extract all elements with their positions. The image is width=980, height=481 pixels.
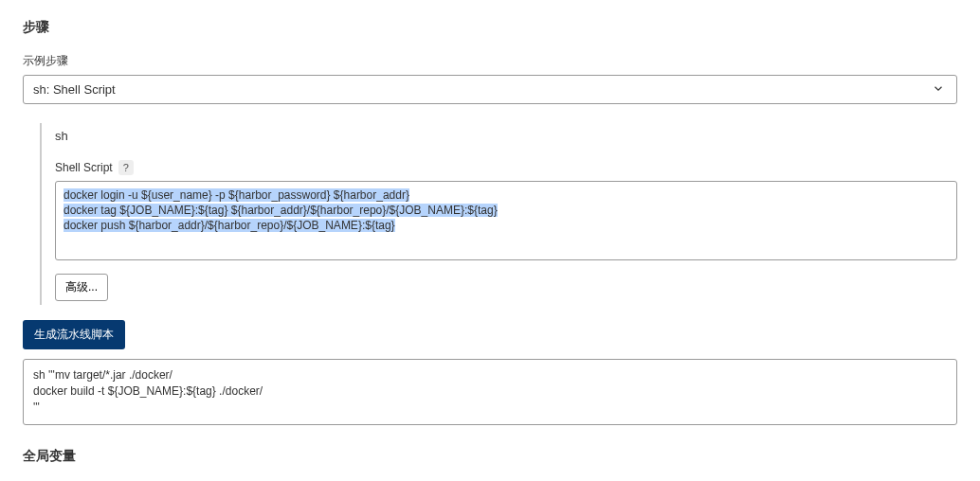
step-type-select[interactable]: sh: Shell Script [23,75,957,104]
step-type-selected: sh: Shell Script [33,82,116,97]
script-line-2: docker tag ${JOB_NAME}:${tag} ${harbor_a… [64,204,498,217]
shell-script-label: Shell Script [55,161,113,174]
script-line-1: docker login -u ${user_name} -p ${harbor… [64,188,409,202]
script-line-3: docker push ${harbor_addr}/${harbor_repo… [64,219,395,232]
advanced-button[interactable]: 高级... [55,274,108,301]
globals-title: 全局变量 [23,448,957,465]
shell-script-textarea[interactable]: docker login -u ${user_name} -p ${harbor… [55,181,957,260]
step-config-panel: sh Shell Script ? docker login -u ${user… [40,123,957,305]
example-step-label: 示例步骤 [23,53,957,69]
chevron-down-icon [932,81,945,98]
generate-pipeline-button[interactable]: 生成流水线脚本 [23,320,125,349]
pipeline-output[interactable]: sh '''mv target/*.jar ./docker/ docker b… [23,359,957,425]
help-icon[interactable]: ? [118,160,134,175]
step-panel-title: sh [55,127,957,143]
steps-title: 步骤 [23,19,957,36]
